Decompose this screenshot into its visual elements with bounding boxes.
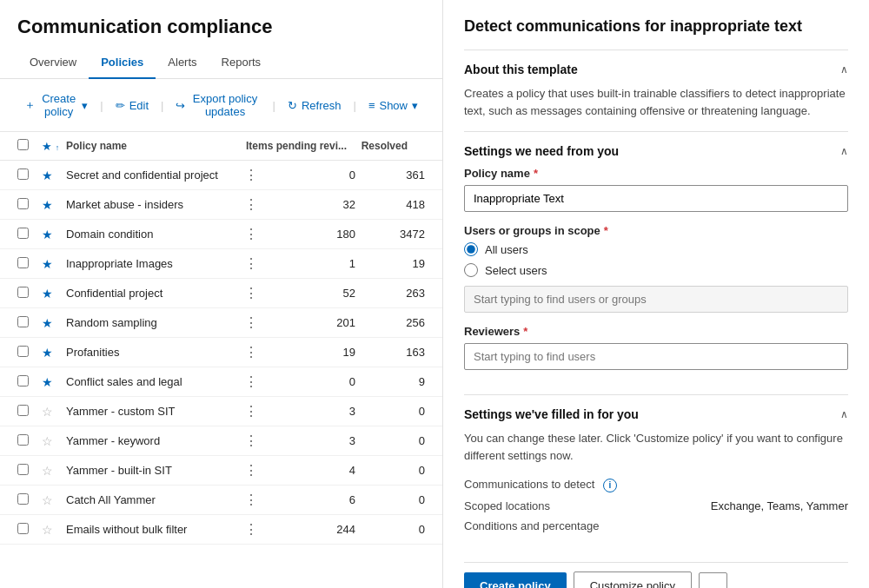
table-rows-container: ★ Secret and confidential project ⋮ 0 36… (0, 161, 442, 545)
create-policy-button[interactable]: ＋ Create policy ▾ (17, 88, 95, 122)
settings-filled-section: Settings we've filled in for you ∧ You c… (464, 394, 848, 548)
row-menu-5[interactable]: ⋮ (242, 314, 260, 331)
row-checkbox-5[interactable] (17, 316, 29, 327)
radio-select-users-input[interactable] (464, 263, 478, 277)
table-row[interactable]: ☆ Yammer - custom SIT ⋮ 3 0 (0, 397, 442, 426)
table-row[interactable]: ★ Domain condition ⋮ 180 3472 (0, 220, 442, 249)
row-checkbox-12[interactable] (17, 523, 29, 534)
table-row[interactable]: ☆ Catch All Yammer ⋮ 6 0 (0, 486, 442, 515)
row-star-2[interactable]: ★ (42, 228, 66, 241)
row-menu-6[interactable]: ⋮ (242, 344, 260, 360)
chevron-down-icon2: ▾ (412, 99, 418, 112)
row-checkbox-4[interactable] (17, 287, 29, 298)
row-star-3[interactable]: ★ (42, 257, 66, 271)
refresh-button[interactable]: ↻ Refresh (281, 95, 348, 116)
row-checkbox-cell (17, 375, 42, 389)
tab-policies[interactable]: Policies (89, 47, 156, 79)
row-pending-5: 201 (260, 316, 364, 329)
header-pending: Items pending revi... (242, 140, 347, 152)
row-menu-0[interactable]: ⋮ (242, 167, 260, 183)
table-row[interactable]: ★ Market abuse - insiders ⋮ 32 418 (0, 190, 442, 220)
table-row[interactable]: ★ Confidential project ⋮ 52 263 (0, 279, 442, 308)
row-checkbox-10[interactable] (17, 464, 29, 475)
row-checkbox-0[interactable] (17, 168, 29, 180)
toolbar: ＋ Create policy ▾ | ✏ Edit | ↪ Export po… (0, 79, 442, 132)
header-name[interactable]: Policy name (66, 140, 242, 152)
row-checkbox-1[interactable] (17, 198, 29, 209)
header-star-cell[interactable]: ★ ↑ (42, 140, 66, 153)
row-star-12[interactable]: ☆ (42, 523, 66, 537)
row-star-10[interactable]: ☆ (42, 464, 66, 478)
row-star-4[interactable]: ★ (42, 287, 66, 301)
settings-from-you-section: Settings we need from you ∧ Policy name … (464, 131, 848, 394)
panel-title: Detect communications for inappropriate … (464, 17, 848, 36)
row-resolved-9: 0 (364, 434, 425, 447)
settings-filled-header[interactable]: Settings we've filled in for you ∧ (464, 395, 848, 430)
export-button[interactable]: ↪ Export policy updates (169, 88, 267, 122)
row-resolved-5: 256 (364, 316, 425, 329)
row-pending-8: 3 (260, 405, 364, 418)
row-checkbox-3[interactable] (17, 257, 29, 268)
row-menu-3[interactable]: ⋮ (242, 255, 260, 272)
row-checkbox-7[interactable] (17, 375, 29, 386)
tab-overview[interactable]: Overview (17, 47, 89, 79)
edit-button[interactable]: ✏ Edit (109, 95, 156, 116)
reviewers-input[interactable] (464, 343, 848, 370)
table-row[interactable]: ★ Secret and confidential project ⋮ 0 36… (0, 161, 442, 190)
row-menu-1[interactable]: ⋮ (242, 196, 260, 213)
star-sort-icon: ★ (42, 140, 52, 153)
row-menu-8[interactable]: ⋮ (242, 403, 260, 420)
table-row[interactable]: ★ Conflict sales and legal ⋮ 0 9 (0, 367, 442, 397)
table-row[interactable]: ☆ Emails without bulk filter ⋮ 244 0 (0, 515, 442, 545)
row-star-8[interactable]: ☆ (42, 405, 66, 419)
row-star-9[interactable]: ☆ (42, 434, 66, 448)
table-row[interactable]: ☆ Yammer - keyword ⋮ 3 0 (0, 426, 442, 456)
show-button[interactable]: ≡ Show ▾ (362, 95, 425, 116)
row-menu-2[interactable]: ⋮ (242, 226, 260, 242)
table-row[interactable]: ★ Inappropriate Images ⋮ 1 19 (0, 249, 442, 279)
row-menu-7[interactable]: ⋮ (242, 373, 260, 390)
tab-alerts[interactable]: Alerts (156, 47, 209, 79)
customize-policy-button[interactable]: Customize policy (574, 571, 692, 589)
row-checkbox-cell (17, 346, 42, 360)
row-menu-11[interactable]: ⋮ (242, 492, 260, 508)
create-policy-submit-button[interactable]: Create policy (464, 572, 567, 589)
row-menu-9[interactable]: ⋮ (242, 433, 260, 449)
settings-from-you-header[interactable]: Settings we need from you ∧ (464, 132, 848, 167)
row-checkbox-2[interactable] (17, 228, 29, 239)
tab-reports[interactable]: Reports (209, 47, 274, 79)
row-menu-10[interactable]: ⋮ (242, 462, 260, 479)
radio-all-users[interactable]: All users (464, 242, 848, 256)
row-resolved-11: 0 (364, 493, 425, 506)
row-star-11[interactable]: ☆ (42, 493, 66, 507)
radio-select-users[interactable]: Select users (464, 263, 848, 277)
row-star-1[interactable]: ★ (42, 198, 66, 212)
row-menu-4[interactable]: ⋮ (242, 285, 260, 301)
settings-from-you-body: Policy name * Users or groups in scope *… (464, 167, 848, 394)
comms-to-detect-row: Communications to detect i (464, 474, 848, 496)
row-star-7[interactable]: ★ (42, 375, 66, 389)
about-section-header[interactable]: About this template ∧ (464, 50, 848, 85)
about-heading: About this template (464, 63, 578, 76)
info-icon[interactable]: i (603, 479, 617, 492)
bottom-actions: Create policy Customize policy ... (464, 562, 848, 589)
row-menu-12[interactable]: ⋮ (242, 521, 260, 538)
table-row[interactable]: ★ Random sampling ⋮ 201 256 (0, 308, 442, 338)
select-all-checkbox[interactable] (17, 139, 29, 150)
users-scope-group: Users or groups in scope * All users Sel… (464, 224, 848, 313)
row-checkbox-9[interactable] (17, 434, 29, 446)
row-star-0[interactable]: ★ (42, 168, 66, 182)
row-star-6[interactable]: ★ (42, 346, 66, 360)
row-checkbox-6[interactable] (17, 346, 29, 357)
row-checkbox-11[interactable] (17, 493, 29, 505)
more-options-button[interactable]: ... (699, 572, 727, 589)
radio-all-users-input[interactable] (464, 242, 478, 256)
row-resolved-10: 0 (364, 464, 425, 477)
table-row[interactable]: ☆ Yammer - built-in SIT ⋮ 4 0 (0, 456, 442, 486)
row-star-5[interactable]: ★ (42, 316, 66, 330)
row-checkbox-8[interactable] (17, 405, 29, 416)
separator3: | (273, 99, 275, 112)
table-row[interactable]: ★ Profanities ⋮ 19 163 (0, 338, 442, 367)
policy-name-input[interactable] (464, 185, 848, 212)
users-search-input[interactable] (464, 286, 848, 313)
